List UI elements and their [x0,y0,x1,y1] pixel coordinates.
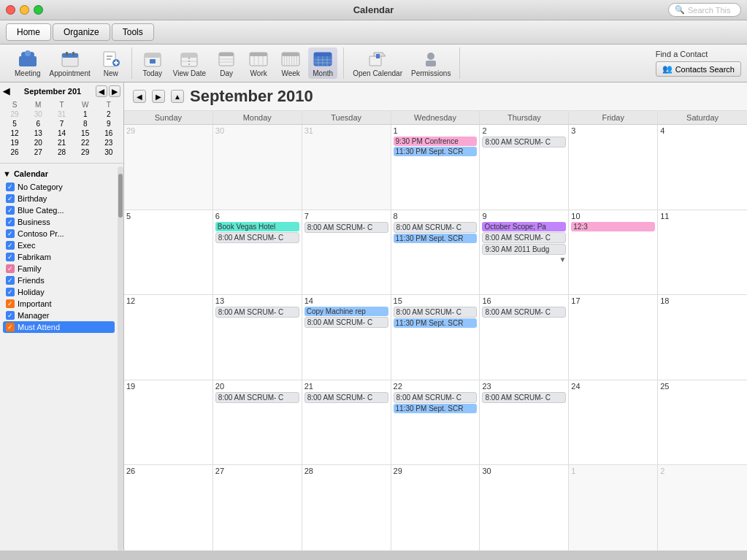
mini-cal-day[interactable]: 19 [3,138,26,147]
scrollbar-thumb[interactable] [118,174,123,218]
mini-cal-day[interactable]: 21 [50,138,73,147]
cal-checkbox[interactable]: ✓ [6,323,15,331]
mini-cal-day[interactable]: 2 [97,110,120,119]
cal-list-item[interactable]: ✓Family [3,263,115,275]
cal-list-item[interactable]: ✓Birthday [3,193,115,204]
cal-cell[interactable]: 3 [569,125,658,210]
mini-cal-day[interactable]: 30 [26,110,50,119]
cal-list-item[interactable]: ✓Contoso Pr... [3,228,115,239]
calendar-event[interactable]: 11:30 PM Sept. SCR [394,147,478,156]
mini-cal-day[interactable]: 31 [50,110,73,119]
cal-cell[interactable]: 9October Scope; Pa8:00 AM SCRUM- C9:30 A… [480,210,569,295]
mini-cal-day[interactable]: 13 [26,129,50,138]
mini-cal-day[interactable]: 15 [74,129,97,138]
cal-checkbox[interactable]: ✓ [6,299,15,308]
cal-checkbox[interactable]: ✓ [6,241,15,250]
more-events-indicator[interactable]: ▼ [482,256,566,264]
cal-cell[interactable]: 26 [124,465,213,551]
cal-cell[interactable]: 1 [569,465,658,551]
calendar-event[interactable]: 8:00 AM SCRUM- C [482,137,566,147]
calendar-event[interactable]: 8:00 AM SCRUM- C [394,307,478,318]
cal-cell[interactable]: 19:30 PM Confrence11:30 PM Sept. SCR [391,125,480,210]
cal-cell[interactable]: 88:00 AM SCRUM- C11:30 PM Sept. SCR [391,210,480,295]
calendar-event[interactable]: 8:00 AM SCRUM- C [482,392,566,403]
cal-cell[interactable]: 6Book Vegas Hotel8:00 AM SCRUM- C [213,210,302,295]
cal-cell[interactable]: 208:00 AM SCRUM- C [213,380,302,465]
calendar-event[interactable]: 12:3 [571,222,655,231]
ribbon-week-button[interactable]: Week [276,47,305,79]
tab-home[interactable]: Home [6,23,51,41]
cal-checkbox[interactable]: ✓ [6,264,15,273]
cal-cell[interactable]: 30 [213,125,302,210]
cal-next-button[interactable]: ▶ [152,90,165,103]
cal-cell[interactable]: 158:00 AM SCRUM- C11:30 PM Sept. SCR [391,295,480,380]
calendar-event[interactable]: 11:30 PM Sept. SCR [394,318,478,328]
cal-cell[interactable]: 17 [569,295,658,380]
cal-list-item[interactable]: ✓Manager [3,310,115,321]
cal-list-item[interactable]: ✓Holiday [3,286,115,298]
mini-cal-day[interactable]: 29 [74,147,97,157]
ribbon-permissions-button[interactable]: Permissions [408,47,453,79]
mini-next-btn[interactable]: ▶ [109,85,120,97]
mini-prev-btn[interactable]: ◀ [96,85,107,97]
mini-cal-day[interactable]: 28 [50,147,73,157]
tab-organize[interactable]: Organize [53,23,110,41]
cal-cell[interactable]: 12 [124,295,213,380]
scrollbar[interactable] [118,166,123,551]
calendar-event[interactable]: Copy Machine rep [304,307,388,316]
mini-cal-day[interactable]: 7 [50,119,73,129]
calendar-event[interactable]: Book Vegas Hotel [215,222,299,231]
calendar-event[interactable]: 11:30 PM Sept. SCR [394,234,478,243]
cal-list-item[interactable]: ✓Business [3,216,115,228]
cal-cell[interactable]: 238:00 AM SCRUM- C [480,380,569,465]
mini-cal-day[interactable]: 20 [26,138,50,147]
ribbon-today-button[interactable]: Today [138,47,167,79]
mini-cal-day[interactable]: 27 [26,147,50,157]
calendar-event[interactable]: 8:00 AM SCRUM- C [394,392,478,403]
cal-cell[interactable]: 29 [391,465,480,551]
ribbon-new-button[interactable]: New [96,47,126,79]
calendar-event[interactable]: 8:00 AM SCRUM- C [394,222,478,233]
cal-checkbox[interactable]: ✓ [6,288,15,296]
ribbon-work-button[interactable]: Work [244,47,273,79]
calendar-event[interactable]: October Scope; Pa [482,222,566,231]
cal-list-item[interactable]: ✓No Category [3,181,115,193]
cal-cell[interactable]: 28 [302,465,391,551]
mini-cal-day[interactable]: 22 [74,138,97,147]
cal-list-item[interactable]: ✓Important [3,298,115,310]
calendar-event[interactable]: 8:00 AM SCRUM- C [482,232,566,243]
cal-checkbox[interactable]: ✓ [6,311,15,320]
cal-cell[interactable]: 14Copy Machine rep8:00 AM SCRUM- C [302,295,391,380]
cal-checkbox[interactable]: ✓ [6,218,15,226]
cal-list-item[interactable]: ✓Blue Categ... [3,204,115,216]
cal-cell[interactable]: 11 [658,210,747,295]
search-box[interactable]: 🔍 Search This [668,3,741,17]
cal-cell[interactable]: 27 [213,465,302,551]
cal-cell[interactable]: 31 [302,125,391,210]
mini-cal-day[interactable]: 14 [50,129,73,138]
cal-list-item[interactable]: ✓Friends [3,275,115,286]
mini-cal-day[interactable]: 6 [26,119,50,129]
calendar-event[interactable]: 8:00 AM SCRUM- C [304,222,388,233]
cal-cell[interactable]: 78:00 AM SCRUM- C [302,210,391,295]
ribbon-day-button[interactable]: Day [212,47,241,79]
mini-prev-arrow[interactable]: ◀ [3,86,9,96]
cal-cell[interactable]: 19 [124,380,213,465]
calendar-event[interactable]: 8:00 AM SCRUM- C [215,232,299,243]
calendar-event[interactable]: 8:00 AM SCRUM- C [215,392,299,403]
minimize-button[interactable] [20,5,29,15]
cal-cell[interactable]: 24 [569,380,658,465]
cal-cell[interactable]: 28:00 AM SCRUM- C [480,125,569,210]
calendar-event[interactable]: 8:00 AM SCRUM- C [304,392,388,403]
mini-cal-day[interactable]: 9 [97,119,120,129]
calendar-event[interactable]: 8:00 AM SCRUM- C [215,307,299,318]
calendars-header[interactable]: ▼ Calendar [3,169,115,178]
cal-checkbox[interactable]: ✓ [6,253,15,261]
cal-list-item[interactable]: ✓Exec [3,239,115,251]
cal-cell[interactable]: 168:00 AM SCRUM- C [480,295,569,380]
cal-cell[interactable]: 25 [658,380,747,465]
cal-list-item[interactable]: ✓Fabrikam [3,251,115,263]
calendar-event[interactable]: 8:00 AM SCRUM- C [304,317,388,328]
mini-cal-day[interactable]: 26 [3,147,26,157]
cal-cell[interactable]: 1012:3 [569,210,658,295]
